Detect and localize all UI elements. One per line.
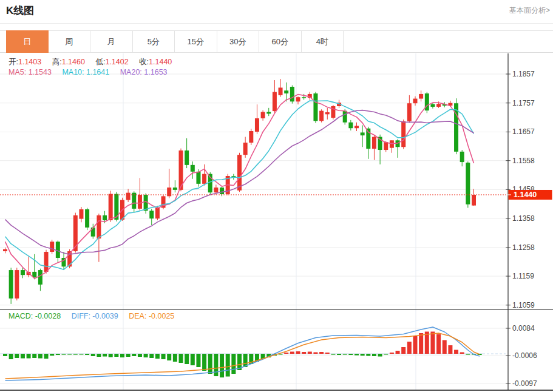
svg-text:1.1757: 1.1757	[512, 99, 535, 107]
high-value: 1.1460	[62, 58, 85, 66]
ma-readout: MA5: 1.1543 MA10: 1.1641 MA20: 1.1653	[8, 68, 168, 76]
svg-text:1.1558: 1.1558	[512, 157, 535, 165]
open-label: 开:	[8, 58, 18, 66]
macd-readout: MACD: -0.0028 DIFF: -0.0039 DEA: -0.0025	[8, 312, 174, 320]
dea-value: DEA: -0.0025	[129, 312, 174, 320]
svg-text:-0.0006: -0.0006	[512, 351, 537, 360]
svg-text:1.1358: 1.1358	[512, 214, 535, 223]
svg-text:1.1059: 1.1059	[512, 301, 535, 309]
svg-text:1.1440: 1.1440	[514, 191, 537, 199]
diff-value: DIFF: -0.0039	[72, 312, 118, 320]
svg-text:1.1258: 1.1258	[512, 243, 535, 252]
svg-text:1.1657: 1.1657	[512, 127, 535, 136]
svg-text:1.1857: 1.1857	[512, 70, 535, 78]
svg-text:0.0084: 0.0084	[512, 324, 535, 333]
low-label: 低:	[95, 58, 105, 66]
ma20-readout: MA20: 1.1653	[120, 68, 168, 76]
macd-value: MACD: -0.0028	[8, 312, 61, 320]
open-value: 1.1403	[18, 58, 41, 66]
high-label: 高:	[52, 58, 62, 66]
svg-text:1.1159: 1.1159	[512, 272, 534, 280]
ohlc-readout: 开:1.1403 高:1.1460 低:1.1402 收:1.1440	[8, 57, 180, 67]
ma5-readout: MA5: 1.1543	[8, 68, 52, 76]
ma10-readout: MA10: 1.1641	[62, 68, 109, 76]
low-value: 1.1402	[105, 58, 128, 66]
svg-text:-0.0097: -0.0097	[512, 379, 537, 388]
close-value: 1.1440	[149, 58, 172, 66]
kline-page: K线图 基本面分析> 日 周 月 5分 15分 30分 60分 4时 1.185…	[0, 0, 553, 392]
close-label: 收:	[139, 58, 149, 66]
